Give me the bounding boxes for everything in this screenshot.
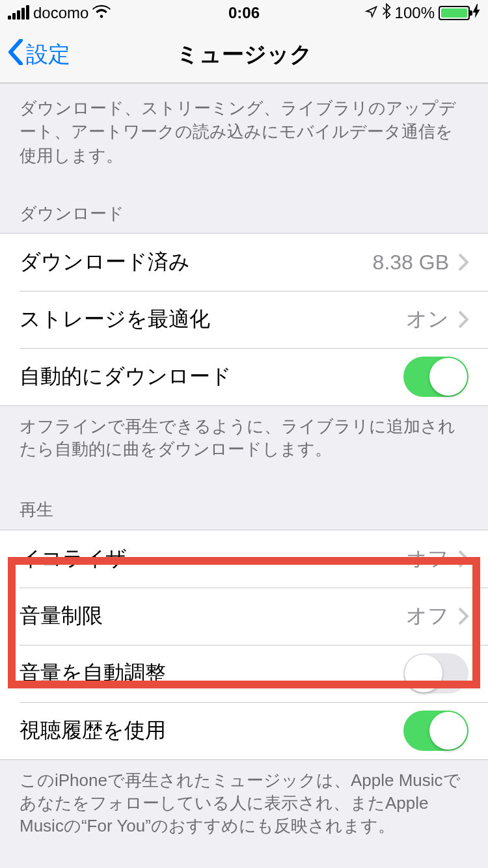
download-footer: オフラインで再生できるように、ライブラリに追加されたら自動的に曲をダウンロードし… [0, 406, 488, 480]
playback-footer: このiPhoneで再生されたミュージックは、Apple Musicであなたをフォ… [0, 760, 488, 857]
listening-history-switch[interactable] [403, 711, 468, 751]
cellular-description: ダウンロード、ストリーミング、ライブラリのアップデート、アートワークの読み込みに… [0, 83, 488, 184]
page-title: ミュージック [176, 40, 312, 70]
status-bar: docomo 0:06 100% [0, 0, 488, 26]
sound-check-switch[interactable] [403, 653, 468, 694]
sound-check-cell: 音量を自動調整 [0, 645, 488, 702]
downloaded-cell[interactable]: ダウンロード済み 8.38 GB [0, 234, 488, 291]
auto-download-switch[interactable] [403, 357, 468, 397]
back-label: 設定 [26, 40, 70, 70]
volume-limit-label: 音量制限 [20, 602, 406, 631]
status-time: 0:06 [228, 4, 260, 22]
status-right: 100% [365, 3, 480, 23]
playback-header: 再生 [0, 480, 488, 529]
wifi-icon [92, 4, 111, 22]
battery-icon [439, 6, 470, 20]
location-icon [365, 4, 378, 22]
listening-history-cell: 視聴履歴を使用 [0, 702, 488, 759]
eq-label: イコライザ [20, 545, 406, 573]
carrier-label: docomo [33, 4, 88, 22]
chevron-right-icon [458, 310, 468, 329]
eq-value: オフ [406, 545, 449, 573]
chevron-left-icon [8, 39, 23, 70]
download-group: ダウンロード済み 8.38 GB ストレージを最適化 オン 自動的にダウンロード [0, 233, 488, 406]
chevron-right-icon [458, 607, 468, 625]
charging-icon [472, 4, 480, 22]
volume-limit-cell[interactable]: 音量制限 オフ [0, 588, 488, 645]
optimize-value: オン [406, 305, 449, 334]
chevron-right-icon [458, 253, 468, 271]
optimize-label: ストレージを最適化 [20, 305, 406, 334]
nav-bar: 設定 ミュージック [0, 26, 488, 83]
optimize-storage-cell[interactable]: ストレージを最適化 オン [0, 291, 488, 348]
downloaded-value: 8.38 GB [373, 251, 449, 275]
playback-group: イコライザ オフ 音量制限 オフ 音量を自動調整 視聴履歴を使用 [0, 530, 488, 760]
volume-limit-value: オフ [406, 602, 449, 631]
home-sharing-header: ホームシェアリング [0, 857, 488, 868]
status-left: docomo [8, 4, 111, 22]
bluetooth-icon [382, 3, 391, 23]
equalizer-cell[interactable]: イコライザ オフ [0, 530, 488, 588]
chevron-right-icon [458, 550, 468, 568]
back-button[interactable]: 設定 [8, 39, 70, 70]
auto-download-cell: 自動的にダウンロード [0, 348, 488, 405]
listening-history-label: 視聴履歴を使用 [20, 716, 403, 745]
signal-icon [8, 7, 29, 20]
auto-download-label: 自動的にダウンロード [20, 362, 403, 391]
sound-check-label: 音量を自動調整 [20, 659, 403, 688]
battery-percent: 100% [395, 4, 435, 22]
downloaded-label: ダウンロード済み [20, 248, 373, 277]
download-header: ダウンロード [0, 184, 488, 233]
